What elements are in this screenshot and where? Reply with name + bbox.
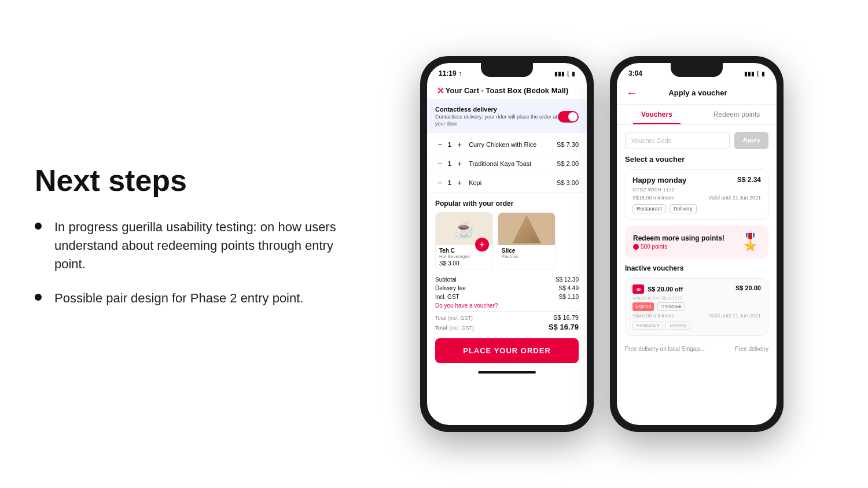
subtotal-value: S$ 12.30: [556, 276, 579, 283]
left-badge: □ 5/10 left: [657, 302, 685, 311]
voucher-code-input[interactable]: Voucher Code: [625, 132, 730, 149]
tab-redeem-points[interactable]: Redeem points: [697, 105, 777, 124]
free-delivery-text: Free delivery on local Singap...: [625, 346, 704, 352]
voucher-meta: S$18.00 minimum Valid until 21 Jun 2021: [632, 195, 761, 201]
tab-vouchers[interactable]: Vouchers: [617, 105, 697, 124]
cake-icon: [512, 215, 541, 243]
delivery-row: Delivery fee S$ 4.49: [435, 285, 579, 291]
iv-tag-delivery: Delivery: [665, 321, 690, 330]
time-display: 11:19 ↑: [439, 69, 462, 77]
popular-item-cat-1: Hot Beverages: [439, 254, 489, 259]
place-order-button[interactable]: PLACE YOUR ORDER: [435, 338, 579, 363]
close-icon[interactable]: ✕: [436, 84, 445, 97]
free-delivery-badge: Free delivery: [735, 346, 768, 352]
total-price: S$ 16.79: [553, 314, 579, 321]
popular-item-price-1: S$ 3.00: [439, 260, 489, 267]
points-dot-icon: [633, 244, 639, 250]
order-item-1: − 1 + Curry Chicken with Rice S$ 7.30: [427, 135, 587, 154]
pricing-section: Subtotal S$ 12.30 Delivery fee S$ 4.49 I…: [427, 272, 587, 334]
voucher-tags: Restaurant Delivery: [632, 204, 761, 213]
voucher-card-happy-monday[interactable]: Happy monday S$ 2.34 GTSZ WISH 1122 S$18…: [625, 169, 768, 220]
inactive-voucher-code: VOUCHER-CODE-7777: [632, 295, 761, 301]
select-voucher-label: Select a voucher: [625, 155, 768, 164]
voucher-code: GTSZ WISH 1122: [632, 187, 761, 193]
popular-item-cat-2: Pastries: [502, 254, 551, 259]
inactive-voucher-left: 🎟 S$ 20.00 off: [632, 284, 683, 294]
expired-badge: Expired: [632, 302, 654, 311]
apply-voucher-header: ← Apply a voucher: [617, 82, 777, 105]
inactive-voucher-amount: S$ 20.00: [735, 284, 761, 291]
total-row: Total (incl. GST) S$ 16.79: [435, 314, 579, 321]
inactive-voucher-name: S$ 20.00 off: [648, 286, 683, 293]
inactive-voucher-badges: Expired □ 5/10 left: [632, 302, 761, 311]
item-name-1: Curry Chicken with Rice: [469, 141, 557, 148]
status-icons-2: ▮▮▮ ⌊ ▮: [744, 71, 765, 77]
subtotal-row: Subtotal S$ 12.30: [435, 276, 579, 283]
popular-title: Popular with your order: [435, 199, 579, 208]
phone-notch: [481, 63, 533, 77]
gst-row: Incl. GST S$ 1.10: [435, 294, 579, 300]
apply-voucher-title: Apply a voucher: [642, 88, 753, 97]
increase-btn-3[interactable]: +: [455, 178, 464, 187]
contactless-toggle[interactable]: [558, 111, 579, 123]
order-item-3: − 1 + Kopi S$ 3.00: [427, 173, 587, 193]
wifi-icon-2: ⌊: [757, 71, 759, 77]
decrease-btn-3[interactable]: −: [435, 178, 444, 187]
delivery-label: Delivery fee: [435, 285, 466, 291]
popular-item-1[interactable]: ☕ Teh C Hot Beverages S$ 3.00 +: [435, 212, 493, 269]
list-item: Possible pair design for Phase 2 entry p…: [35, 289, 347, 308]
bullet-list: In progress guerilla usability testing: …: [35, 218, 347, 308]
battery-icon-2: ▮: [762, 71, 765, 77]
qty-controls-2: − 1 +: [435, 159, 464, 168]
voucher-link[interactable]: Do you have a voucher?: [435, 302, 579, 309]
coffee-icon: ☕: [454, 220, 475, 239]
popular-item-img-2: [498, 213, 555, 245]
back-arrow-icon[interactable]: ←: [626, 86, 638, 99]
home-indicator: [478, 371, 536, 374]
cart-header: ✕ Your Cart - Toast Box (Bedok Mall): [427, 82, 587, 100]
item-price-2: S$ 2.00: [557, 160, 579, 167]
item-name-3: Kopi: [469, 179, 557, 186]
qty-controls-3: − 1 +: [435, 178, 464, 187]
phone-2: 3:04 ▮▮▮ ⌊ ▮ ← Apply a voucher Vouchers: [610, 56, 784, 432]
bullet-text: In progress guerilla usability testing: …: [54, 218, 347, 273]
popular-item-name-2: Slice: [502, 247, 551, 254]
increase-btn-1[interactable]: +: [455, 140, 464, 149]
increase-btn-2[interactable]: +: [455, 159, 464, 168]
right-section: 11:19 ↑ ▮▮▮ ⌊ ▮ ✕ Your Cart - Toast Box …: [370, 0, 833, 488]
wifi-icon: ⌊: [567, 71, 569, 77]
voucher-tabs: Vouchers Redeem points: [617, 105, 777, 125]
decrease-btn-1[interactable]: −: [435, 140, 444, 149]
gst-value: S$ 1.10: [559, 294, 579, 300]
signal-icon-2: ▮▮▮: [744, 71, 755, 77]
inactive-vouchers-label: Inactive vouchers: [625, 264, 768, 272]
voucher-card-header: Happy monday S$ 2.34: [632, 176, 761, 184]
phone-2-inner: 3:04 ▮▮▮ ⌊ ▮ ← Apply a voucher Vouchers: [617, 63, 777, 425]
subtotal-label: Subtotal: [435, 276, 457, 283]
contactless-title: Contactless delivery: [435, 106, 558, 113]
contactless-banner: Contactless delivery Contactless deliver…: [427, 100, 587, 133]
qty-controls-1: − 1 +: [435, 140, 464, 149]
apply-button[interactable]: Apply: [734, 132, 768, 149]
page-title: Next steps: [35, 164, 347, 197]
bullet-icon: [35, 294, 42, 301]
inactive-minimum: S$40.00 minimum: [632, 313, 675, 319]
decrease-btn-2[interactable]: −: [435, 159, 444, 168]
total-bold-price: S$ 16.79: [549, 323, 579, 331]
total-bold-label: Total (incl. GST): [435, 324, 474, 331]
delivery-value: S$ 4.49: [559, 285, 579, 291]
total-bold-row: Total (incl. GST) S$ 16.79: [435, 323, 579, 331]
phone-2-content: Voucher Code Apply Select a voucher Happ…: [617, 125, 777, 425]
voucher-icon-box: 🎟: [632, 284, 644, 294]
phone-1: 11:19 ↑ ▮▮▮ ⌊ ▮ ✕ Your Cart - Toast Box …: [420, 56, 594, 432]
redeem-points-banner[interactable]: Redeem more using points! 500 points 🎖️: [625, 225, 768, 258]
voucher-input-row: Voucher Code Apply: [625, 132, 768, 149]
popular-item-2[interactable]: Slice Pastries: [498, 212, 556, 269]
contactless-text: Contactless delivery Contactless deliver…: [435, 106, 558, 127]
voucher-name: Happy monday: [632, 176, 686, 184]
list-item: In progress guerilla usability testing: …: [35, 218, 347, 273]
total-label: Total (incl. GST): [435, 314, 473, 321]
redeem-title: Redeem more using points!: [633, 234, 724, 242]
popular-section: Popular with your order ☕ Teh C Hot Beve…: [427, 195, 587, 272]
direction-icon: ↑: [458, 69, 462, 77]
